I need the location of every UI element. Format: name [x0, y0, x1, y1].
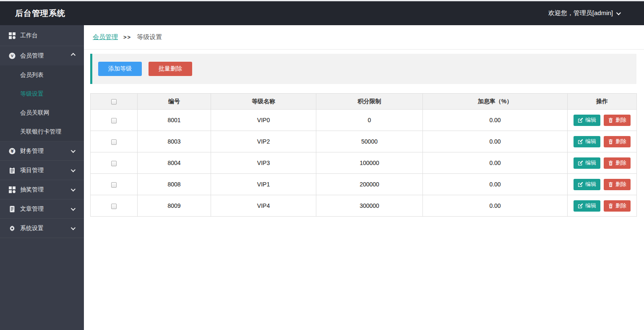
edit-button-label: 编辑: [585, 202, 596, 210]
sidebar-item-label: 会员管理: [20, 52, 71, 60]
select-all-checkbox[interactable]: [111, 99, 117, 105]
chevron-down-icon: [616, 10, 621, 15]
header-actions: 操作: [568, 94, 637, 110]
batch-delete-button[interactable]: 批量删除: [149, 62, 192, 76]
user-menu[interactable]: 欢迎您，管理员[admin]: [548, 9, 620, 17]
table-header-row: 编号 等级名称 积分限制 加息率（%） 操作: [91, 94, 637, 110]
gear-icon: [8, 225, 16, 232]
edit-button-label: 编辑: [585, 159, 596, 167]
clipboard-icon: [8, 167, 16, 174]
sub-item-label: 会员关联网: [20, 109, 50, 116]
app-title: 后台管理系统: [15, 8, 65, 19]
pencil-square-icon: [578, 203, 583, 209]
chevron-down-icon: [71, 186, 76, 191]
cell-interest-rate: 0.00: [423, 131, 568, 152]
edit-button-label: 编辑: [585, 181, 596, 188]
sidebar-item-finance-management[interactable]: ¥ 财务管理: [0, 141, 84, 161]
sidebar-item-workbench[interactable]: 工作台: [0, 25, 84, 46]
cell-actions: 编辑 删除: [568, 195, 637, 217]
header-interest-rate: 加息率（%）: [423, 94, 568, 110]
edit-button-label: 编辑: [585, 138, 596, 145]
welcome-text: 欢迎您，管理员[admin]: [548, 9, 613, 17]
sidebar-item-system-settings[interactable]: 系统设置: [0, 219, 84, 238]
delete-button[interactable]: 删除: [604, 115, 631, 126]
edit-button-label: 编辑: [585, 116, 596, 124]
sidebar-item-article-management[interactable]: 文章管理: [0, 199, 84, 219]
svg-text:¥: ¥: [10, 149, 13, 153]
grid-icon: [8, 186, 16, 193]
edit-button[interactable]: 编辑: [574, 157, 600, 169]
cell-id: 8009: [138, 195, 211, 217]
sidebar-item-label: 工作台: [20, 32, 76, 39]
sidebar-item-label: 抽奖管理: [20, 186, 71, 194]
cell-level-name: VIP3: [211, 152, 316, 174]
levels-table-wrap: 编号 等级名称 积分限制 加息率（%） 操作 8001 VIP0 0: [90, 93, 636, 217]
pencil-square-icon: [578, 118, 583, 123]
sub-item-label: 关联银行卡管理: [20, 128, 61, 135]
edit-button[interactable]: 编辑: [574, 200, 600, 212]
table-row: 8003 VIP2 50000 0.00 编辑 删除: [91, 131, 637, 152]
table-row: 8001 VIP0 0 0.00 编辑 删除: [91, 110, 637, 131]
row-checkbox[interactable]: [111, 182, 117, 188]
sidebar-item-project-management[interactable]: 项目管理: [0, 161, 84, 180]
sidebar-item-label: 文章管理: [20, 205, 71, 213]
cell-actions: 编辑 删除: [568, 131, 637, 152]
sidebar-item-member-network[interactable]: 会员关联网: [0, 103, 84, 122]
header-level-name: 等级名称: [211, 94, 316, 110]
add-level-button[interactable]: 添加等级: [98, 62, 142, 76]
sub-item-label: 等级设置: [20, 90, 44, 97]
document-icon: [8, 205, 16, 212]
delete-button[interactable]: 删除: [604, 157, 631, 169]
breadcrumb-parent-link[interactable]: 会员管理: [93, 33, 118, 41]
sidebar: 工作台 V 会员管理 会员列表 等级设置 会员关联网 关联银行: [0, 25, 84, 330]
sidebar-item-member-list[interactable]: 会员列表: [0, 65, 84, 84]
delete-button[interactable]: 删除: [604, 136, 631, 147]
cell-actions: 编辑 删除: [568, 152, 637, 174]
cell-points-limit: 100000: [316, 152, 423, 174]
svg-text:V: V: [10, 53, 13, 58]
sidebar-item-bank-card-management[interactable]: 关联银行卡管理: [0, 122, 84, 141]
trash-icon: [608, 182, 613, 187]
delete-button[interactable]: 删除: [604, 200, 631, 212]
circle-yen-icon: ¥: [8, 147, 16, 155]
header-id: 编号: [138, 94, 211, 110]
edit-button[interactable]: 编辑: [574, 115, 600, 126]
cell-id: 8001: [138, 110, 211, 131]
cell-points-limit: 300000: [316, 195, 423, 217]
table-row: 8009 VIP4 300000 0.00 编辑 删除: [91, 195, 637, 217]
row-checkbox[interactable]: [111, 204, 117, 209]
grid-icon: [8, 32, 16, 39]
sidebar-item-member-management[interactable]: V 会员管理: [0, 46, 84, 65]
cell-id: 8004: [138, 152, 211, 174]
cell-id: 8003: [138, 131, 211, 152]
cell-interest-rate: 0.00: [423, 152, 568, 174]
cell-points-limit: 50000: [316, 131, 423, 152]
sidebar-item-lottery-management[interactable]: 抽奖管理: [0, 180, 84, 199]
breadcrumb: 会员管理 >> 等级设置: [84, 25, 644, 50]
sidebar-item-label: 系统设置: [20, 225, 71, 232]
cell-interest-rate: 0.00: [423, 174, 568, 195]
pencil-square-icon: [578, 139, 583, 144]
top-header-bar: 后台管理系统 欢迎您，管理员[admin]: [0, 1, 644, 25]
header-points-limit: 积分限制: [316, 94, 423, 110]
breadcrumb-current: 等级设置: [137, 33, 162, 41]
delete-button-label: 删除: [615, 159, 626, 167]
levels-table: 编号 等级名称 积分限制 加息率（%） 操作 8001 VIP0 0: [90, 93, 637, 217]
breadcrumb-separator: >>: [123, 34, 131, 40]
cell-interest-rate: 0.00: [423, 110, 568, 131]
chevron-down-icon: [71, 167, 76, 172]
table-row: 8004 VIP3 100000 0.00 编辑 删除: [91, 152, 637, 174]
cell-level-name: VIP0: [211, 110, 316, 131]
main-content: 会员管理 >> 等级设置 添加等级 批量删除: [84, 25, 644, 330]
sidebar-item-level-settings[interactable]: 等级设置: [0, 84, 84, 103]
edit-button[interactable]: 编辑: [574, 179, 600, 190]
cell-level-name: VIP1: [211, 174, 316, 195]
delete-button-label: 删除: [615, 138, 626, 145]
row-checkbox[interactable]: [111, 118, 117, 123]
cell-id: 8008: [138, 174, 211, 195]
chevron-down-icon: [71, 148, 76, 152]
row-checkbox[interactable]: [111, 161, 117, 166]
row-checkbox[interactable]: [111, 139, 117, 145]
delete-button[interactable]: 删除: [604, 179, 631, 190]
edit-button[interactable]: 编辑: [574, 136, 600, 147]
